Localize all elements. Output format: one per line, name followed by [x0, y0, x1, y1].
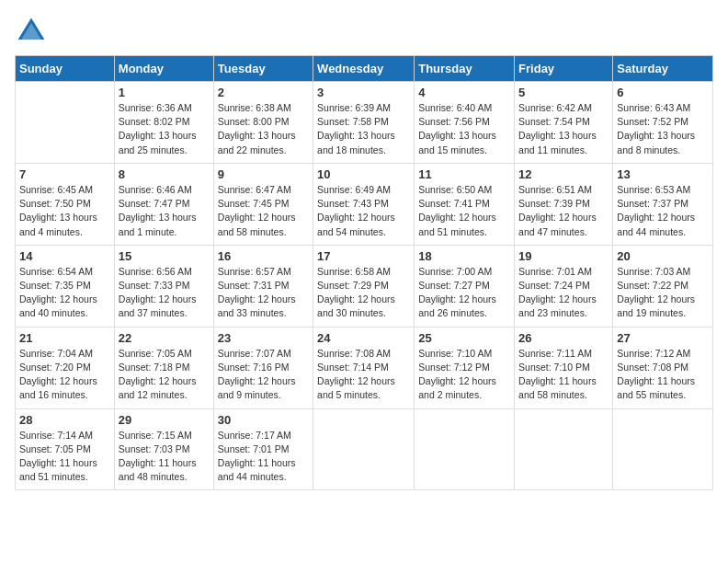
day-number: 17: [317, 249, 410, 263]
calendar-cell: 20Sunrise: 7:03 AM Sunset: 7:22 PM Dayli…: [613, 245, 713, 327]
day-info: Sunrise: 7:11 AM Sunset: 7:10 PM Dayligh…: [518, 347, 609, 403]
day-number: 20: [617, 249, 709, 263]
day-number: 19: [518, 249, 609, 263]
day-number: 24: [317, 331, 410, 345]
calendar-table: SundayMondayTuesdayWednesdayThursdayFrid…: [15, 55, 713, 490]
calendar-cell: 4Sunrise: 6:40 AM Sunset: 7:56 PM Daylig…: [415, 82, 515, 164]
day-info: Sunrise: 6:36 AM Sunset: 8:02 PM Dayligh…: [119, 101, 210, 157]
day-number: 3: [317, 86, 410, 99]
calendar-cell: 29Sunrise: 7:15 AM Sunset: 7:03 PM Dayli…: [114, 408, 213, 490]
day-number: 28: [19, 413, 110, 427]
day-info: Sunrise: 6:40 AM Sunset: 7:56 PM Dayligh…: [418, 101, 510, 157]
day-number: 8: [119, 167, 210, 181]
calendar-cell: 24Sunrise: 7:08 AM Sunset: 7:14 PM Dayli…: [313, 327, 415, 408]
day-info: Sunrise: 7:10 AM Sunset: 7:12 PM Dayligh…: [418, 347, 510, 403]
calendar-cell: [613, 408, 713, 490]
calendar-cell: 26Sunrise: 7:11 AM Sunset: 7:10 PM Dayli…: [515, 327, 613, 408]
day-info: Sunrise: 6:47 AM Sunset: 7:45 PM Dayligh…: [218, 183, 309, 239]
header-saturday: Saturday: [613, 56, 713, 82]
day-number: 13: [617, 167, 709, 181]
calendar-cell: 8Sunrise: 6:46 AM Sunset: 7:47 PM Daylig…: [114, 163, 213, 245]
calendar-cell: 22Sunrise: 7:05 AM Sunset: 7:18 PM Dayli…: [114, 327, 213, 408]
calendar-cell: 28Sunrise: 7:14 AM Sunset: 7:05 PM Dayli…: [16, 408, 115, 490]
day-number: 15: [119, 249, 210, 263]
calendar-cell: 6Sunrise: 6:43 AM Sunset: 7:52 PM Daylig…: [613, 82, 713, 164]
day-number: 12: [518, 167, 609, 181]
day-number: 11: [418, 167, 510, 181]
week-row-1: 1Sunrise: 6:36 AM Sunset: 8:02 PM Daylig…: [16, 82, 713, 164]
day-number: 21: [19, 331, 110, 345]
day-number: 5: [518, 86, 609, 99]
day-info: Sunrise: 7:14 AM Sunset: 7:05 PM Dayligh…: [19, 429, 110, 485]
calendar-cell: 19Sunrise: 7:01 AM Sunset: 7:24 PM Dayli…: [515, 245, 613, 327]
calendar-cell: [515, 408, 613, 490]
calendar-cell: 14Sunrise: 6:54 AM Sunset: 7:35 PM Dayli…: [16, 245, 115, 327]
day-info: Sunrise: 6:58 AM Sunset: 7:29 PM Dayligh…: [317, 265, 410, 321]
calendar-cell: [415, 408, 515, 490]
calendar-cell: 9Sunrise: 6:47 AM Sunset: 7:45 PM Daylig…: [213, 163, 313, 245]
day-info: Sunrise: 7:05 AM Sunset: 7:18 PM Dayligh…: [119, 347, 210, 403]
day-info: Sunrise: 7:17 AM Sunset: 7:01 PM Dayligh…: [218, 429, 309, 485]
week-row-5: 28Sunrise: 7:14 AM Sunset: 7:05 PM Dayli…: [16, 408, 713, 490]
day-info: Sunrise: 7:07 AM Sunset: 7:16 PM Dayligh…: [218, 347, 309, 403]
week-row-2: 7Sunrise: 6:45 AM Sunset: 7:50 PM Daylig…: [16, 163, 713, 245]
calendar-cell: 13Sunrise: 6:53 AM Sunset: 7:37 PM Dayli…: [613, 163, 713, 245]
day-info: Sunrise: 7:01 AM Sunset: 7:24 PM Dayligh…: [518, 265, 609, 321]
day-number: 10: [317, 167, 410, 181]
calendar-cell: [16, 82, 115, 164]
day-info: Sunrise: 6:56 AM Sunset: 7:33 PM Dayligh…: [119, 265, 210, 321]
calendar-cell: 2Sunrise: 6:38 AM Sunset: 8:00 PM Daylig…: [213, 82, 313, 164]
day-info: Sunrise: 6:39 AM Sunset: 7:58 PM Dayligh…: [317, 101, 410, 157]
day-number: 23: [218, 331, 309, 345]
day-info: Sunrise: 7:04 AM Sunset: 7:20 PM Dayligh…: [19, 347, 110, 403]
logo: [15, 15, 51, 48]
day-info: Sunrise: 6:50 AM Sunset: 7:41 PM Dayligh…: [418, 183, 510, 239]
calendar-cell: 18Sunrise: 7:00 AM Sunset: 7:27 PM Dayli…: [415, 245, 515, 327]
day-info: Sunrise: 6:42 AM Sunset: 7:54 PM Dayligh…: [518, 101, 609, 157]
day-number: 7: [19, 167, 110, 181]
day-number: 22: [119, 331, 210, 345]
day-number: 1: [119, 86, 210, 99]
calendar-cell: 30Sunrise: 7:17 AM Sunset: 7:01 PM Dayli…: [213, 408, 313, 490]
day-number: 30: [218, 413, 309, 427]
calendar-cell: 12Sunrise: 6:51 AM Sunset: 7:39 PM Dayli…: [515, 163, 613, 245]
calendar-cell: 10Sunrise: 6:49 AM Sunset: 7:43 PM Dayli…: [313, 163, 415, 245]
day-number: 16: [218, 249, 309, 263]
day-info: Sunrise: 6:54 AM Sunset: 7:35 PM Dayligh…: [19, 265, 110, 321]
header-monday: Monday: [114, 56, 213, 82]
day-info: Sunrise: 7:00 AM Sunset: 7:27 PM Dayligh…: [418, 265, 510, 321]
calendar-cell: 5Sunrise: 6:42 AM Sunset: 7:54 PM Daylig…: [515, 82, 613, 164]
calendar-cell: 15Sunrise: 6:56 AM Sunset: 7:33 PM Dayli…: [114, 245, 213, 327]
day-info: Sunrise: 7:15 AM Sunset: 7:03 PM Dayligh…: [119, 429, 210, 485]
logo-icon: [15, 15, 48, 48]
calendar-cell: [313, 408, 415, 490]
calendar-cell: 1Sunrise: 6:36 AM Sunset: 8:02 PM Daylig…: [114, 82, 213, 164]
day-number: 2: [218, 86, 309, 99]
header-wednesday: Wednesday: [313, 56, 415, 82]
calendar-cell: 3Sunrise: 6:39 AM Sunset: 7:58 PM Daylig…: [313, 82, 415, 164]
calendar-cell: 11Sunrise: 6:50 AM Sunset: 7:41 PM Dayli…: [415, 163, 515, 245]
day-number: 18: [418, 249, 510, 263]
day-info: Sunrise: 6:51 AM Sunset: 7:39 PM Dayligh…: [518, 183, 609, 239]
day-number: 29: [119, 413, 210, 427]
calendar-cell: 23Sunrise: 7:07 AM Sunset: 7:16 PM Dayli…: [213, 327, 313, 408]
day-info: Sunrise: 6:46 AM Sunset: 7:47 PM Dayligh…: [119, 183, 210, 239]
day-info: Sunrise: 6:49 AM Sunset: 7:43 PM Dayligh…: [317, 183, 410, 239]
day-number: 25: [418, 331, 510, 345]
day-info: Sunrise: 7:12 AM Sunset: 7:08 PM Dayligh…: [617, 347, 709, 403]
day-info: Sunrise: 7:08 AM Sunset: 7:14 PM Dayligh…: [317, 347, 410, 403]
calendar-header-row: SundayMondayTuesdayWednesdayThursdayFrid…: [16, 56, 713, 82]
calendar-cell: 21Sunrise: 7:04 AM Sunset: 7:20 PM Dayli…: [16, 327, 115, 408]
day-number: 9: [218, 167, 309, 181]
week-row-3: 14Sunrise: 6:54 AM Sunset: 7:35 PM Dayli…: [16, 245, 713, 327]
calendar-cell: 16Sunrise: 6:57 AM Sunset: 7:31 PM Dayli…: [213, 245, 313, 327]
calendar-cell: 7Sunrise: 6:45 AM Sunset: 7:50 PM Daylig…: [16, 163, 115, 245]
header-tuesday: Tuesday: [213, 56, 313, 82]
page-header: [15, 15, 713, 48]
day-number: 14: [19, 249, 110, 263]
day-info: Sunrise: 6:53 AM Sunset: 7:37 PM Dayligh…: [617, 183, 709, 239]
day-number: 26: [518, 331, 609, 345]
day-info: Sunrise: 7:03 AM Sunset: 7:22 PM Dayligh…: [617, 265, 709, 321]
day-number: 4: [418, 86, 510, 99]
calendar-cell: 25Sunrise: 7:10 AM Sunset: 7:12 PM Dayli…: [415, 327, 515, 408]
